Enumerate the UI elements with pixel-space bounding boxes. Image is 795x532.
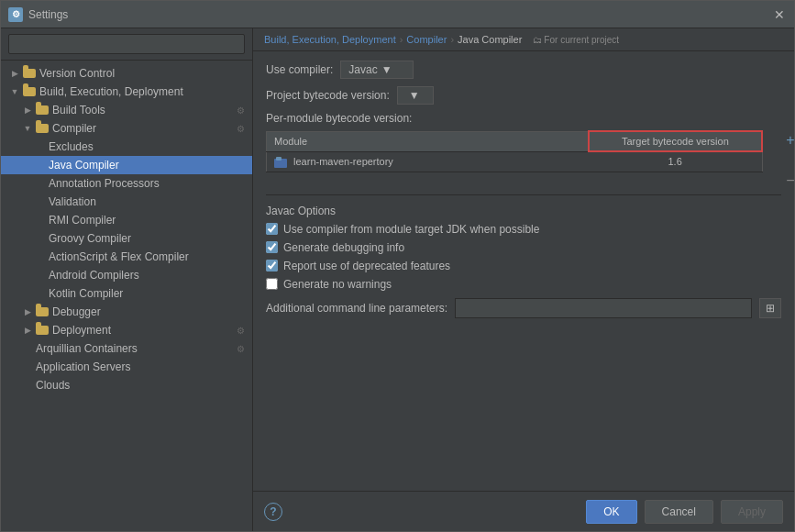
dropdown-arrow: ▼ <box>409 89 420 102</box>
sidebar-item-label: Build Tools <box>52 104 233 116</box>
per-module-label: Per-module bytecode version: <box>266 112 781 125</box>
arrow-icon <box>34 140 47 153</box>
sidebar-item-kotlin-compiler[interactable]: Kotlin Compiler <box>1 284 252 303</box>
target-version-cell: 1.6 <box>589 151 762 172</box>
badge-icon: 🗂 <box>533 35 542 45</box>
panel-content: Use compiler: Javac ▼ Project bytecode v… <box>253 51 794 491</box>
sidebar-item-compiler[interactable]: ▼ Compiler ⚙ <box>1 119 252 138</box>
folder-icon <box>23 87 36 96</box>
bottom-bar: ? OK Cancel Apply <box>253 491 794 531</box>
sidebar-item-validation[interactable]: Validation <box>1 193 252 211</box>
folder-icon <box>36 307 49 316</box>
checkbox-no-warnings: Generate no warnings <box>266 278 781 291</box>
arrow-icon: ▶ <box>21 324 34 337</box>
sidebar-item-java-compiler[interactable]: Java Compiler <box>1 156 252 174</box>
add-row-button[interactable]: + <box>783 130 794 150</box>
bytecode-version-dropdown[interactable]: ▼ <box>397 86 434 105</box>
ok-button[interactable]: OK <box>586 500 636 524</box>
module-icon <box>274 157 287 168</box>
arrow-icon <box>34 250 47 263</box>
settings-icon: ⚙ <box>237 124 245 134</box>
arrow-icon <box>21 360 34 373</box>
svg-rect-1 <box>276 157 282 161</box>
sidebar-item-deployment[interactable]: ▶ Deployment ⚙ <box>1 321 252 339</box>
sidebar-item-application-servers[interactable]: Application Servers <box>1 358 252 376</box>
sidebar-item-label: Arquillian Containers <box>36 342 233 355</box>
checkbox-input-warnings[interactable] <box>266 278 278 290</box>
folder-icon <box>36 105 49 115</box>
arrow-icon: ▶ <box>21 104 34 116</box>
checkbox-label-deprecated: Report use of deprecated features <box>283 260 450 272</box>
remove-row-button[interactable]: − <box>783 171 794 191</box>
sidebar-item-label: Application Servers <box>36 360 245 373</box>
additional-params-input[interactable] <box>455 298 752 318</box>
sidebar-item-clouds[interactable]: Clouds <box>1 376 252 394</box>
apply-button[interactable]: Apply <box>721 500 783 524</box>
sidebar-item-label: RMI Compiler <box>49 214 245 227</box>
compiler-dropdown[interactable]: Javac ▼ <box>340 61 414 79</box>
sidebar-item-label: Debugger <box>52 305 245 318</box>
sidebar-item-label: Excludes <box>49 140 245 153</box>
arrow-icon: ▶ <box>8 67 21 80</box>
arrow-icon <box>21 379 34 392</box>
use-compiler-label: Use compiler: <box>266 63 333 76</box>
checkbox-input-debug[interactable] <box>266 241 278 253</box>
right-panel: Build, Execution, Deployment › Compiler … <box>253 28 794 531</box>
expand-params-button[interactable]: ⊞ <box>759 298 781 318</box>
project-badge: 🗂 For current project <box>533 35 619 45</box>
breadcrumb: Build, Execution, Deployment › Compiler … <box>253 28 794 51</box>
sidebar-item-label: Deployment <box>52 324 233 337</box>
sidebar-tree: ▶ Version Control ▼ Build, Execution, De… <box>1 61 252 531</box>
settings-icon: ⚙ <box>237 326 245 336</box>
checkbox-input-deprecated[interactable] <box>266 260 278 272</box>
arrow-icon: ▶ <box>21 305 34 318</box>
sidebar-item-arquillian[interactable]: Arquillian Containers ⚙ <box>1 339 252 358</box>
checkbox-generate-debug: Generate debugging info <box>266 241 781 254</box>
arrow-icon <box>34 214 47 227</box>
checkbox-label-use-module: Use compiler from module target JDK when… <box>283 223 539 236</box>
settings-icon: ⚙ <box>237 344 245 354</box>
breadcrumb-current: Java Compiler <box>458 34 522 45</box>
sidebar-item-label: Java Compiler <box>49 159 245 172</box>
breadcrumb-build: Build, Execution, Deployment <box>264 34 396 45</box>
settings-window: ⚙ Settings ✕ ▶ Version Control ▼ Bui <box>0 0 795 532</box>
app-icon: ⚙ <box>8 7 23 22</box>
search-box <box>1 28 252 61</box>
sidebar-item-version-control[interactable]: ▶ Version Control <box>1 64 252 83</box>
checkbox-input-use-module[interactable] <box>266 223 278 235</box>
sidebar-item-rmi-compiler[interactable]: RMI Compiler <box>1 211 252 229</box>
cancel-button[interactable]: Cancel <box>645 500 713 524</box>
sidebar-item-actionscript-flex[interactable]: ActionScript & Flex Compiler <box>1 248 252 266</box>
sidebar-item-excludes[interactable]: Excludes <box>1 138 252 156</box>
arrow-icon <box>34 177 47 190</box>
search-input[interactable] <box>8 34 245 54</box>
help-button[interactable]: ? <box>264 503 282 521</box>
arrow-icon <box>21 342 34 355</box>
main-content: ▶ Version Control ▼ Build, Execution, De… <box>1 28 794 531</box>
sidebar-item-debugger[interactable]: ▶ Debugger <box>1 303 252 321</box>
sidebar-item-build-tools[interactable]: ▶ Build Tools ⚙ <box>1 101 252 119</box>
javac-options-label: Javac Options <box>266 205 781 217</box>
sidebar-item-android-compilers[interactable]: Android Compilers <box>1 266 252 284</box>
arrow-icon <box>34 195 47 208</box>
settings-icon: ⚙ <box>237 105 245 116</box>
sidebar-item-build-execution[interactable]: ▼ Build, Execution, Deployment <box>1 83 252 101</box>
sidebar-item-label: ActionScript & Flex Compiler <box>49 250 245 263</box>
arrow-icon <box>34 287 47 300</box>
additional-params-row: Additional command line parameters: ⊞ <box>266 298 781 318</box>
sidebar-item-label: Build, Execution, Deployment <box>39 85 245 98</box>
sidebar-item-groovy-compiler[interactable]: Groovy Compiler <box>1 229 252 248</box>
folder-icon <box>23 69 36 78</box>
breadcrumb-sep2: › <box>450 34 454 45</box>
sidebar-item-annotation-processors[interactable]: Annotation Processors <box>1 174 252 193</box>
left-panel: ▶ Version Control ▼ Build, Execution, De… <box>1 28 253 531</box>
col-module: Module <box>267 131 589 151</box>
module-name-cell: learn-maven-repertory <box>267 151 589 172</box>
action-buttons: OK Cancel Apply <box>586 500 783 524</box>
close-button[interactable]: ✕ <box>772 7 787 22</box>
folder-icon <box>36 326 49 335</box>
badge-text: For current project <box>544 35 619 45</box>
arrow-icon: ▼ <box>21 122 34 135</box>
dropdown-arrow: ▼ <box>381 63 392 76</box>
sidebar-item-label: Validation <box>49 195 245 208</box>
